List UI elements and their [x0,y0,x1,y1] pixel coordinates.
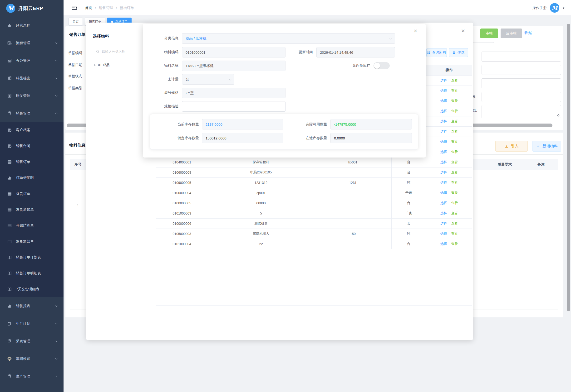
audit-button[interactable]: 审核 [480,28,498,38]
sidebar-item[interactable]: 销售报表 [0,297,63,315]
select-link[interactable]: 选择 [440,170,447,175]
transit-stock-field[interactable]: 0.0000 [331,133,412,143]
updated-field[interactable]: 2026-01-14 14:48:46 [316,47,395,57]
sidebar-item[interactable]: 生产计划 [0,315,63,332]
select-link[interactable]: 选择 [440,232,447,236]
picker-table-row[interactable]: 0106000009 电脑20260105 台 选择 查看 [156,168,472,178]
view-link[interactable]: 查看 [451,181,458,185]
model-field[interactable]: ZY型 [182,88,286,98]
sidebar-item[interactable]: 发货通知单 [0,202,63,218]
view-link[interactable]: 查看 [451,99,458,103]
detail-modal-close-icon[interactable]: × [414,28,417,33]
sidebar-item[interactable]: 订单进度图 [0,170,63,186]
main-unit-select[interactable]: 台 [182,74,234,84]
sidebar-item[interactable]: 采购管理 [0,332,63,350]
select-link[interactable]: 选择 [440,221,447,226]
remark-cell[interactable] [524,170,558,240]
sidebar-item[interactable]: 销售订单计划表 [0,250,63,265]
view-link[interactable]: 查看 [451,221,458,226]
current-stock-field[interactable]: 2137.0000 [202,119,283,129]
category-tree-node[interactable]: 01-成品 [94,63,109,67]
select-link[interactable]: 选择 [440,201,447,205]
sidebar-item[interactable]: 销售订单 [0,154,63,170]
view-link[interactable]: 查看 [451,89,458,93]
breadcrumb-item[interactable]: 销售管理/ [99,6,120,10]
select-link[interactable]: 选择 [440,99,447,103]
order-right-input[interactable] [481,65,561,75]
view-link[interactable]: 查看 [451,140,458,144]
order-right-input[interactable] [481,78,561,88]
breadcrumb-item[interactable]: 新增订单/ [120,6,134,10]
picker-table-row[interactable]: 0104000001 保存箱拉杆 lx-001 台 选择 查看 [156,157,472,168]
breadcrumb-item[interactable]: 首页/ [85,6,99,10]
select-link[interactable]: 选择 [440,78,447,83]
multi-select-button[interactable]: 连选 [449,48,468,57]
picker-table-row[interactable]: 0100000006 测试机器 套 选择 查看 [156,219,472,229]
select-link[interactable]: 选择 [440,191,447,195]
sidebar-item[interactable]: 销售合同 [0,138,63,154]
spec-desc-field[interactable] [182,101,286,112]
order-right-input[interactable] [481,52,561,62]
select-link[interactable]: 选择 [440,160,447,164]
select-link[interactable]: 选择 [440,119,447,124]
picker-table-row[interactable]: 0100000005 88888 台 选择 查看 [156,198,472,208]
quality-cell[interactable] [485,170,524,240]
allow-negative-toggle[interactable] [374,62,390,69]
sidebar-item[interactable]: 料品档案 [0,69,63,87]
manual-link[interactable]: 操作手册 [532,6,546,10]
vertical-scrollbar-thumb[interactable] [567,24,570,311]
select-link[interactable]: 选择 [440,140,447,144]
unaudit-button[interactable]: 反审核 [501,28,522,38]
sidebar-item[interactable]: 加工车间 [0,385,63,392]
page-tab[interactable]: 首页 [69,18,83,26]
category-select[interactable]: 成品 / 纸杯机 [182,33,395,44]
select-link[interactable]: 选择 [440,89,447,93]
available-field[interactable]: -147875.0000 [331,119,412,129]
view-link[interactable]: 查看 [451,78,458,83]
collapse-sidebar-icon[interactable] [71,5,77,11]
picker-table-row[interactable]: 0105000003 家庭机器人 150 吨 选择 查看 [156,229,472,239]
sidebar-item[interactable]: 备货订单 [0,186,63,202]
sidebar-item[interactable]: 经营总控 [0,17,63,34]
picker-table-row[interactable]: 0109000005 1231312 1231 吨 选择 查看 [156,178,472,188]
view-link[interactable]: 查看 [451,201,458,205]
code-field[interactable]: 0101000001 [182,47,286,57]
picker-table-row[interactable]: 0100000004 cp001 千米 选择 查看 [156,188,472,198]
textarea-resize-handle-icon[interactable] [556,113,560,117]
view-link[interactable]: 查看 [451,109,458,113]
order-remark-textarea[interactable] [481,105,561,118]
view-link[interactable]: 查看 [451,160,458,164]
query-all-button[interactable]: 查询所有 [426,48,447,57]
user-caret-down-icon[interactable]: ▾ [563,6,564,10]
view-link[interactable]: 查看 [451,150,458,154]
select-link[interactable]: 选择 [440,211,447,215]
select-link[interactable]: 选择 [440,242,447,246]
avatar[interactable]: M [550,3,559,13]
import-button[interactable]: 引入 [495,141,528,152]
order-right-input[interactable] [481,92,561,102]
tree-expand-caret-icon[interactable] [94,64,96,66]
view-link[interactable]: 查看 [451,191,458,195]
picker-table-row[interactable]: 0101000003 5 千克 选择 查看 [156,208,472,219]
sidebar-item[interactable]: 研发管理 [0,87,63,105]
sidebar-item[interactable]: 开票结算单 [0,218,63,234]
sidebar-item[interactable]: 退货通知单 [0,234,63,250]
view-link[interactable]: 查看 [451,242,458,246]
sidebar-item[interactable]: 客户档案 [0,122,63,138]
sidebar-item[interactable]: 办公管理 [0,52,63,69]
select-link[interactable]: 选择 [440,181,447,185]
sidebar-item[interactable]: 7天交货明细表 [0,281,63,297]
add-material-button[interactable]: 新增物料 [532,141,561,152]
select-link[interactable]: 选择 [440,109,447,113]
picker-table-row[interactable]: 0101000004 22 台 选择 查看 [156,239,472,249]
select-link[interactable]: 选择 [440,129,447,134]
name-field[interactable]: 118S ZY型纸杯机 [182,61,286,71]
view-link[interactable]: 查看 [451,232,458,236]
view-link[interactable]: 查看 [451,211,458,215]
sidebar-item[interactable]: 销售订单明细表 [0,265,63,281]
view-link[interactable]: 查看 [451,170,458,175]
picker-modal-close-icon[interactable]: × [461,28,465,33]
sidebar-item[interactable]: 销售管理 [0,105,63,122]
select-link[interactable]: 选择 [440,150,447,154]
view-link[interactable]: 查看 [451,119,458,124]
